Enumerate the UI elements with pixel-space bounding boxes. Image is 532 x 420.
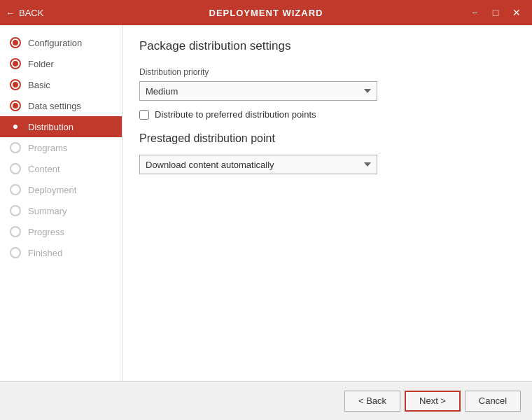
next-button[interactable]: Next > (405, 391, 461, 412)
step-circle-summary (10, 205, 21, 216)
step-circle-distribution (10, 121, 21, 132)
step-circle-deployment (10, 184, 21, 195)
checkbox-row: Distribute to preferred distribution poi… (139, 109, 515, 120)
priority-select[interactable]: Medium High Low (139, 81, 377, 101)
title-bar: ← BACK DEPLOYMENT WIZARD − □ ✕ (0, 0, 532, 25)
step-circle-content (10, 163, 21, 174)
sidebar-item-data-settings[interactable]: Data settings (0, 95, 122, 116)
minimize-button[interactable]: − (465, 4, 484, 21)
sidebar-label-basic: Basic (28, 80, 50, 90)
main-container: Configuration Folder Basic Data settings… (0, 25, 532, 381)
step-circle-finished (10, 247, 21, 258)
back-label: BACK (19, 8, 43, 18)
sidebar-item-configuration[interactable]: Configuration (0, 32, 122, 53)
sidebar: Configuration Folder Basic Data settings… (0, 25, 122, 381)
back-button[interactable]: < Back (344, 391, 400, 412)
sidebar-item-programs: Programs (0, 137, 122, 158)
sidebar-label-configuration: Configuration (28, 38, 82, 48)
distribution-priority-label: Distribution priority (139, 67, 515, 77)
distribute-checkbox[interactable] (139, 110, 149, 120)
maximize-button[interactable]: □ (486, 4, 505, 21)
sidebar-label-progress: Progress (28, 227, 64, 237)
content-area: Package distribution settings Distributi… (122, 25, 532, 381)
back-arrow-icon: ← (6, 8, 15, 18)
sidebar-item-progress: Progress (0, 221, 122, 242)
sidebar-item-deployment: Deployment (0, 179, 122, 200)
sidebar-item-summary: Summary (0, 200, 122, 221)
sidebar-label-data-settings: Data settings (28, 101, 81, 111)
sidebar-label-programs: Programs (28, 143, 67, 153)
sidebar-label-distribution: Distribution (28, 122, 74, 132)
sidebar-label-folder: Folder (28, 59, 54, 69)
sidebar-label-deployment: Deployment (28, 185, 76, 195)
window-controls: − □ ✕ (465, 4, 526, 21)
cancel-button[interactable]: Cancel (465, 391, 521, 412)
sidebar-item-finished: Finished (0, 242, 122, 263)
sidebar-label-summary: Summary (28, 206, 67, 216)
page-title: Package distribution settings (139, 39, 515, 53)
sidebar-item-folder[interactable]: Folder (0, 53, 122, 74)
step-circle-basic (10, 79, 21, 90)
prestaged-select[interactable]: Download content automatically Download … (139, 155, 377, 174)
sidebar-label-content: Content (28, 164, 60, 174)
close-button[interactable]: ✕ (507, 4, 526, 21)
sidebar-label-finished: Finished (28, 248, 62, 258)
sidebar-item-basic[interactable]: Basic (0, 74, 122, 95)
step-circle-configuration (10, 37, 21, 48)
prestaged-title: Prestaged distribution point (139, 132, 515, 145)
step-circle-programs (10, 142, 21, 153)
sidebar-item-distribution[interactable]: Distribution (0, 116, 122, 137)
back-button[interactable]: ← BACK (6, 8, 43, 18)
distribute-checkbox-label: Distribute to preferred distribution poi… (155, 109, 316, 120)
step-circle-progress (10, 226, 21, 237)
step-circle-folder (10, 58, 21, 69)
step-circle-data-settings (10, 100, 21, 111)
window-title: DEPLOYMENT WIZARD (209, 8, 323, 18)
footer: < Back Next > Cancel (0, 381, 532, 420)
sidebar-item-content: Content (0, 158, 122, 179)
